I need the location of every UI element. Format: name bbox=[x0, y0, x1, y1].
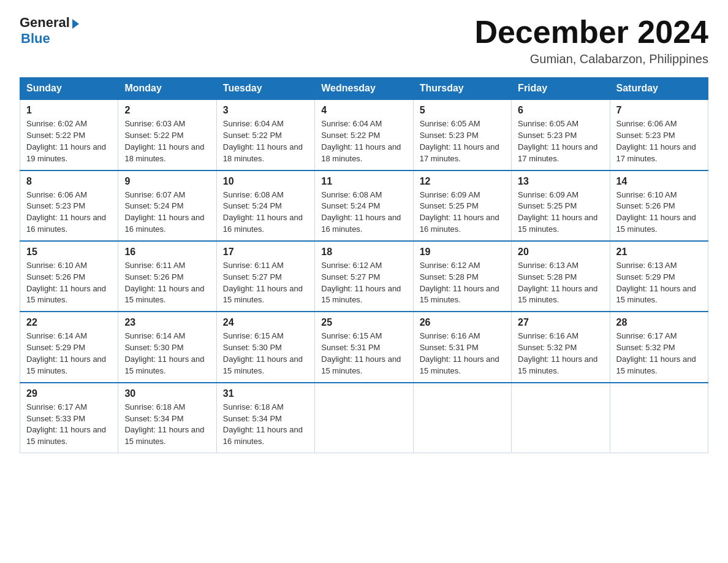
calendar-cell: 21Sunrise: 6:13 AMSunset: 5:29 PMDayligh… bbox=[610, 241, 708, 312]
day-info: Sunrise: 6:10 AMSunset: 5:26 PMDaylight:… bbox=[26, 260, 112, 306]
day-number: 29 bbox=[26, 388, 112, 399]
day-number: 10 bbox=[223, 176, 308, 187]
day-number: 9 bbox=[124, 176, 210, 187]
day-number: 24 bbox=[223, 317, 308, 328]
day-info: Sunrise: 6:16 AMSunset: 5:32 PMDaylight:… bbox=[518, 331, 603, 377]
calendar-cell: 14Sunrise: 6:10 AMSunset: 5:26 PMDayligh… bbox=[610, 170, 708, 241]
calendar-cell: 10Sunrise: 6:08 AMSunset: 5:24 PMDayligh… bbox=[216, 170, 314, 241]
day-number: 30 bbox=[124, 388, 210, 399]
day-number: 8 bbox=[26, 176, 112, 187]
calendar-cell: 13Sunrise: 6:09 AMSunset: 5:25 PMDayligh… bbox=[512, 170, 610, 241]
logo: General Blue bbox=[20, 15, 79, 47]
calendar-cell: 11Sunrise: 6:08 AMSunset: 5:24 PMDayligh… bbox=[315, 170, 413, 241]
day-number: 19 bbox=[420, 247, 505, 258]
calendar-cell bbox=[413, 383, 511, 453]
day-number: 6 bbox=[518, 105, 603, 116]
calendar-day-header-thursday: Thursday bbox=[413, 78, 511, 100]
calendar-cell: 3Sunrise: 6:04 AMSunset: 5:22 PMDaylight… bbox=[216, 99, 314, 170]
calendar-cell: 25Sunrise: 6:15 AMSunset: 5:31 PMDayligh… bbox=[315, 312, 413, 382]
calendar-cell: 22Sunrise: 6:14 AMSunset: 5:29 PMDayligh… bbox=[20, 312, 118, 382]
day-number: 1 bbox=[26, 105, 112, 116]
calendar-week-row: 1Sunrise: 6:02 AMSunset: 5:22 PMDaylight… bbox=[20, 99, 708, 170]
day-number: 11 bbox=[321, 176, 406, 187]
day-info: Sunrise: 6:02 AMSunset: 5:22 PMDaylight:… bbox=[26, 118, 112, 164]
day-info: Sunrise: 6:10 AMSunset: 5:26 PMDaylight:… bbox=[616, 190, 702, 236]
day-number: 12 bbox=[420, 176, 505, 187]
calendar-cell: 6Sunrise: 6:05 AMSunset: 5:23 PMDaylight… bbox=[512, 99, 610, 170]
calendar-cell: 31Sunrise: 6:18 AMSunset: 5:34 PMDayligh… bbox=[216, 383, 314, 453]
calendar-cell bbox=[610, 383, 708, 453]
day-info: Sunrise: 6:14 AMSunset: 5:29 PMDaylight:… bbox=[26, 331, 112, 377]
day-info: Sunrise: 6:16 AMSunset: 5:31 PMDaylight:… bbox=[420, 331, 505, 377]
day-number: 23 bbox=[124, 317, 210, 328]
day-number: 13 bbox=[518, 176, 603, 187]
day-number: 16 bbox=[124, 247, 210, 258]
day-number: 5 bbox=[420, 105, 505, 116]
calendar-week-row: 29Sunrise: 6:17 AMSunset: 5:33 PMDayligh… bbox=[20, 383, 708, 453]
day-number: 26 bbox=[420, 317, 505, 328]
calendar-cell: 9Sunrise: 6:07 AMSunset: 5:24 PMDaylight… bbox=[118, 170, 216, 241]
page-header: General Blue December 2024 Gumian, Calab… bbox=[20, 15, 708, 66]
day-info: Sunrise: 6:11 AMSunset: 5:26 PMDaylight:… bbox=[124, 260, 210, 306]
day-info: Sunrise: 6:03 AMSunset: 5:22 PMDaylight:… bbox=[124, 118, 210, 164]
day-info: Sunrise: 6:15 AMSunset: 5:30 PMDaylight:… bbox=[223, 331, 308, 377]
calendar-day-header-wednesday: Wednesday bbox=[315, 78, 413, 100]
calendar-cell: 19Sunrise: 6:12 AMSunset: 5:28 PMDayligh… bbox=[413, 241, 511, 312]
day-info: Sunrise: 6:18 AMSunset: 5:34 PMDaylight:… bbox=[223, 402, 308, 448]
day-info: Sunrise: 6:08 AMSunset: 5:24 PMDaylight:… bbox=[321, 190, 406, 236]
calendar-cell: 20Sunrise: 6:13 AMSunset: 5:28 PMDayligh… bbox=[512, 241, 610, 312]
day-info: Sunrise: 6:07 AMSunset: 5:24 PMDaylight:… bbox=[124, 190, 210, 236]
calendar-week-row: 22Sunrise: 6:14 AMSunset: 5:29 PMDayligh… bbox=[20, 312, 708, 382]
logo-general-text: General bbox=[20, 15, 70, 31]
calendar-cell: 24Sunrise: 6:15 AMSunset: 5:30 PMDayligh… bbox=[216, 312, 314, 382]
logo-blue-text: Blue bbox=[21, 31, 50, 47]
calendar-cell: 29Sunrise: 6:17 AMSunset: 5:33 PMDayligh… bbox=[20, 383, 118, 453]
calendar-cell bbox=[315, 383, 413, 453]
logo-triangle-icon bbox=[72, 19, 79, 29]
location-subtitle: Gumian, Calabarzon, Philippines bbox=[474, 52, 708, 66]
calendar-cell: 8Sunrise: 6:06 AMSunset: 5:23 PMDaylight… bbox=[20, 170, 118, 241]
day-number: 21 bbox=[616, 247, 702, 258]
day-number: 14 bbox=[616, 176, 702, 187]
day-info: Sunrise: 6:17 AMSunset: 5:33 PMDaylight:… bbox=[26, 402, 112, 448]
calendar-day-header-saturday: Saturday bbox=[610, 78, 708, 100]
calendar-table: SundayMondayTuesdayWednesdayThursdayFrid… bbox=[20, 77, 708, 453]
day-info: Sunrise: 6:12 AMSunset: 5:27 PMDaylight:… bbox=[321, 260, 406, 306]
day-number: 3 bbox=[223, 105, 308, 116]
day-number: 28 bbox=[616, 317, 702, 328]
calendar-header-row: SundayMondayTuesdayWednesdayThursdayFrid… bbox=[20, 78, 708, 100]
day-info: Sunrise: 6:06 AMSunset: 5:23 PMDaylight:… bbox=[616, 118, 702, 164]
day-info: Sunrise: 6:11 AMSunset: 5:27 PMDaylight:… bbox=[223, 260, 308, 306]
calendar-cell: 17Sunrise: 6:11 AMSunset: 5:27 PMDayligh… bbox=[216, 241, 314, 312]
calendar-day-header-monday: Monday bbox=[118, 78, 216, 100]
day-info: Sunrise: 6:09 AMSunset: 5:25 PMDaylight:… bbox=[518, 190, 603, 236]
calendar-cell: 18Sunrise: 6:12 AMSunset: 5:27 PMDayligh… bbox=[315, 241, 413, 312]
day-info: Sunrise: 6:18 AMSunset: 5:34 PMDaylight:… bbox=[124, 402, 210, 448]
calendar-cell bbox=[512, 383, 610, 453]
calendar-cell: 28Sunrise: 6:17 AMSunset: 5:32 PMDayligh… bbox=[610, 312, 708, 382]
calendar-week-row: 8Sunrise: 6:06 AMSunset: 5:23 PMDaylight… bbox=[20, 170, 708, 241]
day-number: 17 bbox=[223, 247, 308, 258]
day-info: Sunrise: 6:06 AMSunset: 5:23 PMDaylight:… bbox=[26, 190, 112, 236]
day-info: Sunrise: 6:14 AMSunset: 5:30 PMDaylight:… bbox=[124, 331, 210, 377]
day-number: 27 bbox=[518, 317, 603, 328]
title-area: December 2024 Gumian, Calabarzon, Philip… bbox=[474, 15, 708, 66]
calendar-cell: 30Sunrise: 6:18 AMSunset: 5:34 PMDayligh… bbox=[118, 383, 216, 453]
calendar-week-row: 15Sunrise: 6:10 AMSunset: 5:26 PMDayligh… bbox=[20, 241, 708, 312]
day-info: Sunrise: 6:12 AMSunset: 5:28 PMDaylight:… bbox=[420, 260, 505, 306]
day-info: Sunrise: 6:05 AMSunset: 5:23 PMDaylight:… bbox=[420, 118, 505, 164]
calendar-day-header-sunday: Sunday bbox=[20, 78, 118, 100]
day-info: Sunrise: 6:04 AMSunset: 5:22 PMDaylight:… bbox=[321, 118, 406, 164]
calendar-cell: 16Sunrise: 6:11 AMSunset: 5:26 PMDayligh… bbox=[118, 241, 216, 312]
day-number: 7 bbox=[616, 105, 702, 116]
day-number: 31 bbox=[223, 388, 308, 399]
calendar-day-header-friday: Friday bbox=[512, 78, 610, 100]
calendar-cell: 4Sunrise: 6:04 AMSunset: 5:22 PMDaylight… bbox=[315, 99, 413, 170]
day-number: 2 bbox=[124, 105, 210, 116]
day-info: Sunrise: 6:09 AMSunset: 5:25 PMDaylight:… bbox=[420, 190, 505, 236]
day-info: Sunrise: 6:15 AMSunset: 5:31 PMDaylight:… bbox=[321, 331, 406, 377]
month-title: December 2024 bbox=[474, 15, 708, 50]
calendar-day-header-tuesday: Tuesday bbox=[216, 78, 314, 100]
calendar-cell: 26Sunrise: 6:16 AMSunset: 5:31 PMDayligh… bbox=[413, 312, 511, 382]
calendar-cell: 2Sunrise: 6:03 AMSunset: 5:22 PMDaylight… bbox=[118, 99, 216, 170]
